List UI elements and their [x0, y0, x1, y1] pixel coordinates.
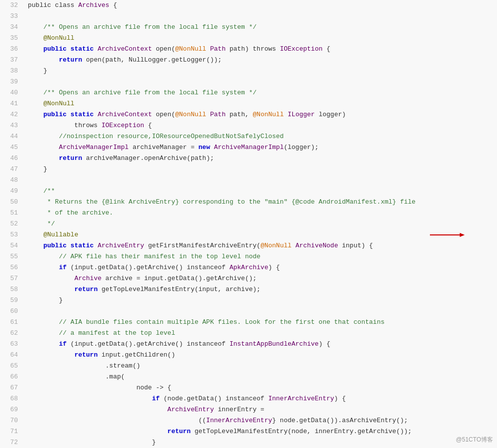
line-number: 70: [0, 415, 26, 426]
token-kw: static: [71, 45, 94, 53]
line-number: 45: [0, 142, 26, 153]
code-line: 68 if (node.getData() instanceof InnerAr…: [0, 393, 497, 404]
line-content: ArchiveEntry innerEntry =: [26, 404, 497, 415]
line-content: if (input.getData().getArchive() instanc…: [26, 339, 497, 350]
code-line: 65 .stream(): [0, 361, 497, 372]
token-at: @NonNull: [175, 45, 206, 53]
token-ty: IOException: [101, 122, 144, 129]
token-plain: [28, 198, 47, 206]
token-plain: [28, 220, 47, 227]
line-content: // AIA bundle files contain multiple APK…: [26, 317, 497, 328]
token-kw: if: [152, 395, 160, 402]
token-plain: }: [28, 165, 47, 173]
token-plain: ((: [28, 417, 206, 424]
token-kw: if: [59, 340, 67, 348]
line-content: return input.getChildren(): [26, 350, 497, 361]
token-plain: [206, 45, 210, 53]
token-plain: .map(: [28, 373, 125, 380]
token-kw: if: [59, 264, 67, 271]
line-content: /** Opens an archive file from the local…: [26, 87, 497, 98]
token-ty: ArchiveContext: [97, 45, 152, 53]
line-number: 57: [0, 273, 26, 284]
line-number: 59: [0, 295, 26, 306]
token-plain: getFirstManifestArchiveEntry(: [144, 242, 260, 249]
token-plain: ) {: [319, 340, 330, 348]
code-line: 63 if (input.getData().getArchive() inst…: [0, 339, 497, 350]
token-plain: (input.getData().getArchive() instanceof: [67, 264, 230, 271]
token-plain: } node.getData()).asArchiveEntry();: [272, 417, 408, 424]
token-plain: [28, 428, 167, 435]
token-plain: [28, 133, 59, 140]
token-plain: open(: [152, 111, 175, 118]
code-line: 70 ((InnerArchiveEntry} node.getData()).…: [0, 415, 497, 426]
token-plain: (node.getData() instanceof: [160, 395, 268, 402]
line-number: 56: [0, 262, 26, 273]
token-kw: return: [75, 286, 98, 293]
token-plain: getTopLevelManifestEntry(input, archive)…: [97, 286, 260, 293]
code-line: 32public class Archives {: [0, 0, 497, 11]
token-cm: */: [47, 220, 55, 227]
code-line: 64 return input.getChildren(): [0, 350, 497, 361]
line-number: 38: [0, 66, 26, 76]
token-ty: ArchiveNode: [295, 242, 338, 249]
token-plain: [210, 144, 214, 151]
token-ty: ArchiveEntry: [167, 406, 214, 413]
line-number: 64: [0, 350, 26, 361]
line-number: 63: [0, 339, 26, 350]
token-plain: [28, 231, 43, 238]
token-plain: [28, 23, 43, 31]
token-cm: // AIA bundle files contain multiple APK…: [59, 318, 384, 326]
code-line: 38 }: [0, 66, 497, 76]
line-content: .map(: [26, 372, 497, 382]
line-content: * Returns the {@link ArchiveEntry} corre…: [26, 197, 497, 208]
line-number: 34: [0, 22, 26, 33]
token-plain: (input.getData().getArchive() instanceof: [67, 340, 230, 348]
code-line: 39: [0, 76, 497, 87]
token-ty: InnerArchiveEntry: [206, 417, 272, 424]
token-cm: /** Opens an archive file from the local…: [43, 23, 256, 31]
token-kw: new: [198, 144, 210, 151]
token-plain: path) throws: [226, 45, 280, 53]
token-plain: [28, 253, 59, 260]
line-content: @NonNull: [26, 98, 497, 109]
line-content: /** Opens an archive file from the local…: [26, 22, 497, 33]
line-number: 50: [0, 197, 26, 208]
code-line: 44 //noinspection resource,IOResourceOpe…: [0, 131, 497, 142]
token-plain: [206, 111, 210, 118]
token-cm: // a manifest at the top level: [59, 329, 175, 337]
line-content: * of the archive.: [26, 208, 497, 219]
line-number: 48: [0, 175, 26, 186]
line-content: return getTopLevelManifestEntry(node, in…: [26, 426, 497, 437]
token-ty: ArchiveManagerImpl: [59, 144, 128, 151]
line-number: 69: [0, 404, 26, 415]
line-number: 43: [0, 120, 26, 131]
line-content: if (node.getData() instanceof InnerArchi…: [26, 393, 497, 404]
line-content: .stream(): [26, 361, 497, 372]
code-line: 62 // a manifest at the top level: [0, 328, 497, 339]
token-plain: path,: [226, 111, 253, 118]
line-number: 37: [0, 55, 26, 66]
token-plain: [28, 45, 43, 53]
token-plain: open(: [152, 45, 175, 53]
line-content: }: [26, 66, 497, 76]
code-line: 71 return getTopLevelManifestEntry(node,…: [0, 426, 497, 437]
token-plain: archive = input.getData().getArchive();: [101, 275, 256, 282]
token-plain: [28, 275, 75, 282]
token-plain: }: [28, 297, 63, 304]
code-line: 48: [0, 175, 497, 186]
line-content: return getTopLevelManifestEntry(input, a…: [26, 284, 497, 295]
code-line: 58 return getTopLevelManifestEntry(input…: [0, 284, 497, 295]
token-kw: return: [59, 56, 82, 64]
token-an: @Nullable: [43, 231, 78, 238]
token-at: @NonNull: [260, 242, 291, 249]
code-line: 42 public static ArchiveContext open(@No…: [0, 109, 497, 120]
token-cm: /** Opens an archive file from the local…: [43, 89, 256, 96]
code-line: 69 ArchiveEntry innerEntry =: [0, 404, 497, 415]
code-line: 72 }: [0, 437, 497, 448]
token-cm: * of the archive.: [47, 209, 113, 217]
token-plain: {: [323, 45, 331, 53]
token-plain: [28, 406, 167, 413]
code-line: 50 * Returns the {@link ArchiveEntry} co…: [0, 197, 497, 208]
token-ty: ApkArchive: [230, 264, 268, 271]
token-plain: [28, 351, 75, 359]
